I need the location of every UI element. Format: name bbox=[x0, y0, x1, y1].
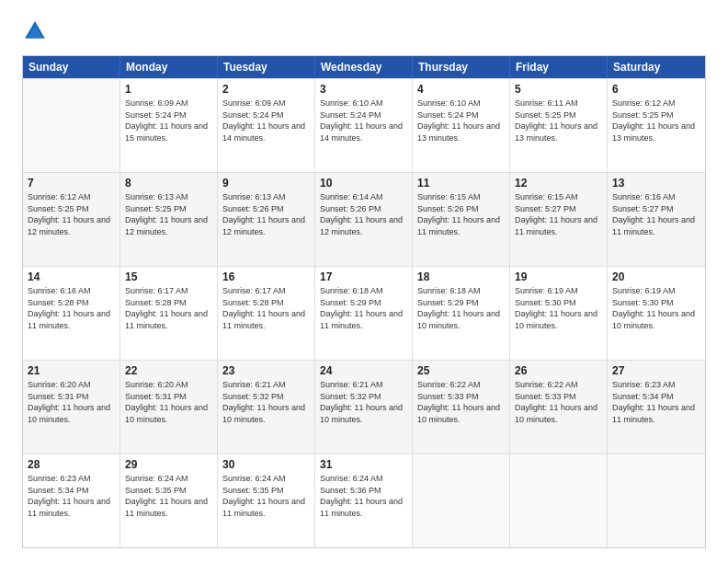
day-info: Sunrise: 6:21 AMSunset: 5:32 PMDaylight:… bbox=[222, 379, 310, 425]
day-info: Sunrise: 6:19 AMSunset: 5:30 PMDaylight:… bbox=[612, 285, 700, 331]
day-cell-11: 11Sunrise: 6:15 AMSunset: 5:26 PMDayligh… bbox=[413, 173, 510, 266]
week-row-1: 1Sunrise: 6:09 AMSunset: 5:24 PMDaylight… bbox=[23, 78, 705, 172]
day-cell-30: 30Sunrise: 6:24 AMSunset: 5:35 PMDayligh… bbox=[218, 454, 315, 547]
day-info: Sunrise: 6:24 AMSunset: 5:35 PMDaylight:… bbox=[222, 473, 310, 519]
day-number: 9 bbox=[222, 177, 310, 190]
day-info: Sunrise: 6:20 AMSunset: 5:31 PMDaylight:… bbox=[125, 379, 212, 425]
calendar: SundayMondayTuesdayWednesdayThursdayFrid… bbox=[22, 55, 706, 548]
day-info: Sunrise: 6:12 AMSunset: 5:25 PMDaylight:… bbox=[612, 98, 700, 144]
day-number: 26 bbox=[515, 364, 602, 377]
week-row-4: 21Sunrise: 6:20 AMSunset: 5:31 PMDayligh… bbox=[23, 360, 705, 454]
day-number: 31 bbox=[320, 458, 407, 471]
week-row-3: 14Sunrise: 6:16 AMSunset: 5:28 PMDayligh… bbox=[23, 266, 705, 360]
day-info: Sunrise: 6:23 AMSunset: 5:34 PMDaylight:… bbox=[612, 379, 700, 425]
day-number: 21 bbox=[28, 364, 115, 377]
day-number: 19 bbox=[515, 270, 602, 283]
day-cell-22: 22Sunrise: 6:20 AMSunset: 5:31 PMDayligh… bbox=[120, 361, 218, 454]
day-number: 18 bbox=[417, 270, 505, 283]
day-number: 4 bbox=[417, 83, 505, 96]
day-number: 3 bbox=[320, 83, 407, 96]
day-number: 28 bbox=[28, 458, 115, 471]
day-number: 22 bbox=[125, 364, 212, 377]
day-info: Sunrise: 6:18 AMSunset: 5:29 PMDaylight:… bbox=[417, 285, 505, 331]
day-info: Sunrise: 6:24 AMSunset: 5:36 PMDaylight:… bbox=[320, 473, 407, 519]
day-info: Sunrise: 6:09 AMSunset: 5:24 PMDaylight:… bbox=[222, 98, 310, 144]
day-cell-7: 7Sunrise: 6:12 AMSunset: 5:25 PMDaylight… bbox=[23, 173, 120, 266]
day-info: Sunrise: 6:13 AMSunset: 5:26 PMDaylight:… bbox=[222, 191, 310, 237]
day-cell-23: 23Sunrise: 6:21 AMSunset: 5:32 PMDayligh… bbox=[218, 361, 315, 454]
day-number: 23 bbox=[222, 364, 310, 377]
day-info: Sunrise: 6:16 AMSunset: 5:28 PMDaylight:… bbox=[28, 285, 115, 331]
day-cell-31: 31Sunrise: 6:24 AMSunset: 5:36 PMDayligh… bbox=[315, 454, 413, 547]
day-number: 24 bbox=[320, 364, 407, 377]
day-cell-14: 14Sunrise: 6:16 AMSunset: 5:28 PMDayligh… bbox=[23, 267, 120, 360]
day-info: Sunrise: 6:12 AMSunset: 5:25 PMDaylight:… bbox=[28, 191, 115, 237]
day-number: 7 bbox=[28, 177, 115, 190]
empty-cell-4-6 bbox=[608, 454, 705, 547]
day-info: Sunrise: 6:14 AMSunset: 5:26 PMDaylight:… bbox=[320, 191, 407, 237]
day-cell-25: 25Sunrise: 6:22 AMSunset: 5:33 PMDayligh… bbox=[413, 361, 510, 454]
day-number: 30 bbox=[222, 458, 310, 471]
day-info: Sunrise: 6:18 AMSunset: 5:29 PMDaylight:… bbox=[320, 285, 407, 331]
day-info: Sunrise: 6:13 AMSunset: 5:25 PMDaylight:… bbox=[125, 191, 212, 237]
logo bbox=[22, 18, 51, 44]
week-row-5: 28Sunrise: 6:23 AMSunset: 5:34 PMDayligh… bbox=[23, 454, 705, 547]
day-number: 5 bbox=[515, 83, 602, 96]
empty-cell-0-0 bbox=[23, 79, 120, 172]
day-number: 15 bbox=[125, 270, 212, 283]
day-info: Sunrise: 6:11 AMSunset: 5:25 PMDaylight:… bbox=[515, 98, 602, 144]
day-number: 12 bbox=[515, 177, 602, 190]
day-cell-10: 10Sunrise: 6:14 AMSunset: 5:26 PMDayligh… bbox=[315, 173, 413, 266]
day-number: 17 bbox=[320, 270, 407, 283]
day-cell-15: 15Sunrise: 6:17 AMSunset: 5:28 PMDayligh… bbox=[120, 267, 218, 360]
empty-cell-4-4 bbox=[413, 454, 510, 547]
header-day-sunday: Sunday bbox=[23, 56, 120, 78]
day-cell-9: 9Sunrise: 6:13 AMSunset: 5:26 PMDaylight… bbox=[218, 173, 315, 266]
day-info: Sunrise: 6:17 AMSunset: 5:28 PMDaylight:… bbox=[222, 285, 310, 331]
day-cell-27: 27Sunrise: 6:23 AMSunset: 5:34 PMDayligh… bbox=[608, 361, 705, 454]
day-info: Sunrise: 6:16 AMSunset: 5:27 PMDaylight:… bbox=[612, 191, 700, 237]
day-cell-1: 1Sunrise: 6:09 AMSunset: 5:24 PMDaylight… bbox=[120, 79, 218, 172]
day-cell-8: 8Sunrise: 6:13 AMSunset: 5:25 PMDaylight… bbox=[120, 173, 218, 266]
day-number: 13 bbox=[612, 177, 700, 190]
page: SundayMondayTuesdayWednesdayThursdayFrid… bbox=[0, 0, 728, 563]
day-number: 16 bbox=[222, 270, 310, 283]
day-cell-29: 29Sunrise: 6:24 AMSunset: 5:35 PMDayligh… bbox=[120, 454, 218, 547]
day-number: 6 bbox=[612, 83, 700, 96]
day-info: Sunrise: 6:22 AMSunset: 5:33 PMDaylight:… bbox=[515, 379, 602, 425]
day-number: 27 bbox=[612, 364, 700, 377]
day-info: Sunrise: 6:10 AMSunset: 5:24 PMDaylight:… bbox=[320, 98, 407, 144]
day-info: Sunrise: 6:15 AMSunset: 5:26 PMDaylight:… bbox=[417, 191, 505, 237]
day-cell-18: 18Sunrise: 6:18 AMSunset: 5:29 PMDayligh… bbox=[413, 267, 510, 360]
day-info: Sunrise: 6:09 AMSunset: 5:24 PMDaylight:… bbox=[125, 98, 212, 144]
header-day-monday: Monday bbox=[120, 56, 218, 78]
week-row-2: 7Sunrise: 6:12 AMSunset: 5:25 PMDaylight… bbox=[23, 172, 705, 266]
header bbox=[22, 18, 706, 44]
day-info: Sunrise: 6:21 AMSunset: 5:32 PMDaylight:… bbox=[320, 379, 407, 425]
empty-cell-4-5 bbox=[510, 454, 608, 547]
header-day-saturday: Saturday bbox=[608, 56, 705, 78]
header-day-wednesday: Wednesday bbox=[315, 56, 413, 78]
day-cell-19: 19Sunrise: 6:19 AMSunset: 5:30 PMDayligh… bbox=[510, 267, 608, 360]
day-info: Sunrise: 6:15 AMSunset: 5:27 PMDaylight:… bbox=[515, 191, 602, 237]
day-number: 8 bbox=[125, 177, 212, 190]
day-cell-3: 3Sunrise: 6:10 AMSunset: 5:24 PMDaylight… bbox=[315, 79, 413, 172]
day-cell-24: 24Sunrise: 6:21 AMSunset: 5:32 PMDayligh… bbox=[315, 361, 413, 454]
day-info: Sunrise: 6:17 AMSunset: 5:28 PMDaylight:… bbox=[125, 285, 212, 331]
day-number: 29 bbox=[125, 458, 212, 471]
day-number: 2 bbox=[222, 83, 310, 96]
day-info: Sunrise: 6:20 AMSunset: 5:31 PMDaylight:… bbox=[28, 379, 115, 425]
day-cell-6: 6Sunrise: 6:12 AMSunset: 5:25 PMDaylight… bbox=[608, 79, 705, 172]
calendar-body: 1Sunrise: 6:09 AMSunset: 5:24 PMDaylight… bbox=[23, 78, 705, 547]
day-cell-21: 21Sunrise: 6:20 AMSunset: 5:31 PMDayligh… bbox=[23, 361, 120, 454]
day-number: 20 bbox=[612, 270, 700, 283]
header-day-tuesday: Tuesday bbox=[218, 56, 315, 78]
header-day-friday: Friday bbox=[510, 56, 608, 78]
day-number: 10 bbox=[320, 177, 407, 190]
day-info: Sunrise: 6:24 AMSunset: 5:35 PMDaylight:… bbox=[125, 473, 212, 519]
day-number: 11 bbox=[417, 177, 505, 190]
logo-icon bbox=[22, 18, 48, 44]
day-cell-4: 4Sunrise: 6:10 AMSunset: 5:24 PMDaylight… bbox=[413, 79, 510, 172]
day-number: 14 bbox=[28, 270, 115, 283]
day-info: Sunrise: 6:19 AMSunset: 5:30 PMDaylight:… bbox=[515, 285, 602, 331]
